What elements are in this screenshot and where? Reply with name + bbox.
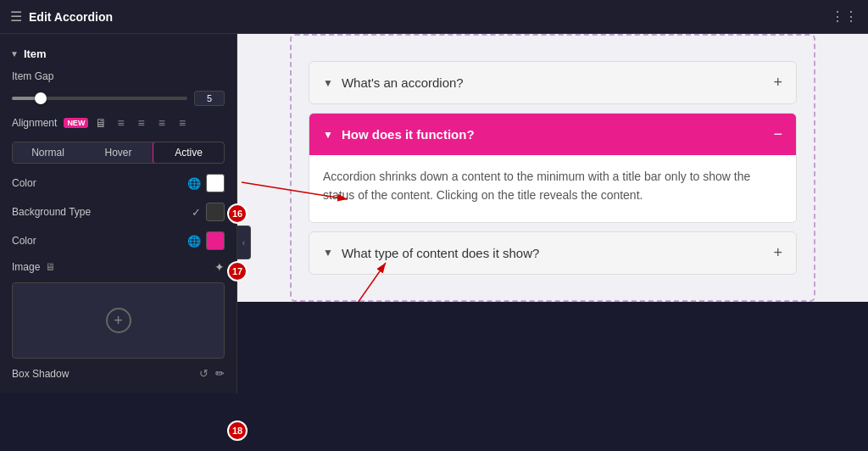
- annotation-17: 17: [227, 261, 248, 281]
- accordion-header-3[interactable]: ▼ What type of content does it show? +: [309, 232, 796, 274]
- image-upload-area[interactable]: +: [12, 282, 225, 359]
- box-shadow-controls: ↺ ✏: [199, 367, 225, 380]
- accordion-title-1: What's an accordion?: [342, 75, 464, 90]
- tab-normal[interactable]: Normal: [13, 142, 83, 163]
- bg-type-row: Background Type ✓: [0, 198, 236, 226]
- accordion-item-1[interactable]: ▼ What's an accordion? +: [309, 61, 797, 104]
- color-swatch-pink[interactable]: [206, 231, 225, 250]
- content-wrapper: ▼ What's an accordion? + ▼ How does it f…: [237, 34, 868, 451]
- image-row: Image 🖥 ✦: [0, 255, 236, 279]
- item-gap-label: Item Gap: [12, 70, 53, 82]
- color-controls-1: 🌐: [187, 174, 225, 192]
- image-label: Image: [12, 261, 40, 273]
- content-area: ▼ What's an accordion? + ▼ How does it f…: [237, 34, 868, 302]
- accordion-title-2: How does it function?: [342, 127, 475, 142]
- color-swatch-white[interactable]: [206, 174, 225, 192]
- accordion-minus-2: −: [773, 125, 782, 143]
- annotation-18-sidebar: 18: [227, 420, 248, 441]
- monitor-icon[interactable]: 🖥: [45, 261, 55, 273]
- sidebar-wrapper: ▼ Item Item Gap 5 Alignment NEW 🖥 ≡: [0, 34, 237, 451]
- top-bar-left: ☰ Edit Accordion: [10, 8, 113, 25]
- align-right-icon[interactable]: ≡: [155, 114, 169, 131]
- top-bar: ☰ Edit Accordion ⋮⋮: [0, 0, 868, 34]
- color-label-1: Color: [12, 177, 36, 189]
- item-gap-row: Item Gap: [0, 65, 236, 87]
- bg-type-label: Background Type: [12, 206, 91, 218]
- collapse-triangle-icon[interactable]: ▼: [10, 49, 19, 58]
- upload-plus-icon: +: [106, 308, 131, 333]
- globe-icon-2[interactable]: 🌐: [187, 235, 201, 248]
- box-shadow-row: Box Shadow ↺ ✏: [0, 362, 236, 385]
- accordion-header-left-1: ▼ What's an accordion?: [323, 75, 464, 90]
- main-layout: ▼ Item Item Gap 5 Alignment NEW 🖥 ≡: [0, 34, 868, 451]
- accordion-arrow-2: ▼: [323, 129, 333, 141]
- annotation-16: 16: [227, 203, 248, 224]
- accordion-container: ▼ What's an accordion? + ▼ How does it f…: [290, 34, 815, 302]
- accordion-arrow-3: ▼: [323, 247, 333, 259]
- align-left-icon[interactable]: ≡: [114, 114, 127, 131]
- collapse-handle[interactable]: ‹: [237, 226, 251, 259]
- reset-icon[interactable]: ↺: [199, 367, 209, 380]
- accordion-header-1[interactable]: ▼ What's an accordion? +: [309, 62, 796, 103]
- accordion-item-3[interactable]: ▼ What type of content does it show? +: [309, 231, 797, 275]
- sidebar-section-header: ▼ Item: [0, 42, 236, 65]
- color-label-2: Color: [12, 235, 36, 247]
- accordion-arrow-1: ▼: [323, 77, 333, 89]
- accordion-plus-3: +: [773, 244, 782, 262]
- grid-icon[interactable]: ⋮⋮: [831, 8, 858, 25]
- bg-type-controls: ✓: [192, 203, 225, 221]
- accordion-header-2[interactable]: ▼ How does it function? −: [309, 114, 796, 155]
- globe-icon-1[interactable]: 🌐: [187, 177, 201, 190]
- image-label-row: Image 🖥: [12, 261, 55, 273]
- color-controls-2: 🌐: [187, 231, 225, 250]
- slider-track[interactable]: [12, 97, 187, 100]
- sidebar: ▼ Item Item Gap 5 Alignment NEW 🖥 ≡: [0, 34, 237, 393]
- color-row-2: Color 🌐: [0, 226, 236, 255]
- section-title: Item: [24, 47, 47, 60]
- edit-icon[interactable]: ✏: [215, 367, 225, 380]
- item-gap-slider-row: 5: [0, 87, 236, 109]
- accordion-body-text-2: Accordion shrinks down a content to the …: [323, 170, 750, 202]
- state-tabs: Normal Hover Active: [12, 142, 225, 164]
- tab-hover[interactable]: Hover: [83, 142, 153, 163]
- desktop-icon[interactable]: 🖥: [95, 116, 107, 130]
- accordion-title-3: What type of content does it show?: [342, 246, 539, 260]
- accordion-body-2: Accordion shrinks down a content to the …: [309, 155, 796, 222]
- slider-thumb[interactable]: [35, 92, 47, 104]
- check-icon[interactable]: ✓: [192, 206, 201, 219]
- accordion-item-2[interactable]: ▼ How does it function? − Accordion shri…: [309, 113, 797, 223]
- new-badge: NEW: [64, 118, 88, 128]
- accordion-header-left-2: ▼ How does it function?: [323, 127, 475, 142]
- color-row-1: Color 🌐: [0, 169, 236, 198]
- slider-value[interactable]: 5: [194, 91, 225, 106]
- hamburger-icon[interactable]: ☰: [10, 8, 22, 25]
- accordion-header-left-3: ▼ What type of content does it show?: [323, 246, 539, 260]
- tab-active[interactable]: Active: [153, 142, 225, 164]
- box-shadow-label: Box Shadow: [12, 368, 69, 380]
- accordion-plus-1: +: [773, 74, 782, 92]
- alignment-label: Alignment: [12, 117, 57, 129]
- top-bar-title: Edit Accordion: [29, 10, 113, 24]
- align-justify-icon[interactable]: ≡: [175, 114, 189, 131]
- align-center-icon[interactable]: ≡: [135, 114, 148, 131]
- bg-type-swatch[interactable]: [206, 203, 225, 221]
- image-expand-icon[interactable]: ✦: [214, 260, 225, 274]
- alignment-row: Alignment NEW 🖥 ≡ ≡ ≡ ≡: [0, 109, 236, 136]
